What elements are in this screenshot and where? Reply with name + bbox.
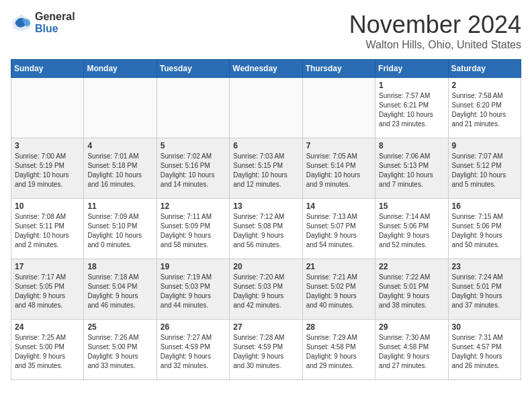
day-info: Sunrise: 7:30 AM Sunset: 4:58 PM Dayligh… xyxy=(379,333,444,371)
day-number: 14 xyxy=(306,201,371,211)
calendar-cell: 19Sunrise: 7:19 AM Sunset: 5:03 PM Dayli… xyxy=(157,259,229,320)
calendar-cell xyxy=(11,78,84,138)
calendar-cell: 29Sunrise: 7:30 AM Sunset: 4:58 PM Dayli… xyxy=(375,320,448,380)
calendar-cell: 3Sunrise: 7:00 AM Sunset: 5:19 PM Daylig… xyxy=(11,138,84,199)
day-info: Sunrise: 7:24 AM Sunset: 5:01 PM Dayligh… xyxy=(452,273,517,310)
logo: General Blue xyxy=(11,11,75,34)
day-info: Sunrise: 7:03 AM Sunset: 5:15 PM Dayligh… xyxy=(233,152,298,189)
calendar-cell: 13Sunrise: 7:12 AM Sunset: 5:08 PM Dayli… xyxy=(230,199,302,259)
day-number: 7 xyxy=(306,141,371,150)
day-info: Sunrise: 7:15 AM Sunset: 5:06 PM Dayligh… xyxy=(452,212,517,250)
day-info: Sunrise: 7:18 AM Sunset: 5:04 PM Dayligh… xyxy=(87,273,152,310)
calendar-cell: 7Sunrise: 7:05 AM Sunset: 5:14 PM Daylig… xyxy=(302,138,375,199)
calendar-cell: 22Sunrise: 7:22 AM Sunset: 5:01 PM Dayli… xyxy=(375,259,448,320)
calendar-cell: 20Sunrise: 7:20 AM Sunset: 5:03 PM Dayli… xyxy=(230,259,302,320)
column-header-sunday: Sunday xyxy=(11,60,84,78)
title-section: November 2024 Walton Hills, Ohio, United… xyxy=(349,11,521,51)
calendar-cell: 18Sunrise: 7:18 AM Sunset: 5:04 PM Dayli… xyxy=(84,259,157,320)
day-number: 5 xyxy=(161,141,226,150)
day-number: 28 xyxy=(306,322,371,332)
day-info: Sunrise: 7:02 AM Sunset: 5:16 PM Dayligh… xyxy=(161,152,226,189)
day-number: 9 xyxy=(452,141,517,150)
day-number: 17 xyxy=(15,262,80,271)
day-number: 12 xyxy=(161,201,226,211)
column-header-thursday: Thursday xyxy=(302,60,375,78)
calendar-cell: 4Sunrise: 7:01 AM Sunset: 5:18 PM Daylig… xyxy=(84,138,157,199)
calendar-cell: 14Sunrise: 7:13 AM Sunset: 5:07 PM Dayli… xyxy=(302,199,375,259)
day-number: 23 xyxy=(452,262,517,271)
day-info: Sunrise: 7:58 AM Sunset: 6:20 PM Dayligh… xyxy=(452,91,517,129)
calendar-cell xyxy=(230,78,302,138)
day-info: Sunrise: 7:57 AM Sunset: 6:21 PM Dayligh… xyxy=(379,91,444,129)
day-info: Sunrise: 7:13 AM Sunset: 5:07 PM Dayligh… xyxy=(306,212,371,250)
calendar-cell: 9Sunrise: 7:07 AM Sunset: 5:12 PM Daylig… xyxy=(448,138,521,199)
day-number: 22 xyxy=(379,262,444,271)
calendar-cell: 1Sunrise: 7:57 AM Sunset: 6:21 PM Daylig… xyxy=(375,78,448,138)
column-header-saturday: Saturday xyxy=(448,60,521,78)
logo-icon xyxy=(11,12,32,34)
calendar-cell: 23Sunrise: 7:24 AM Sunset: 5:01 PM Dayli… xyxy=(448,259,521,320)
day-number: 13 xyxy=(233,201,298,211)
day-info: Sunrise: 7:29 AM Sunset: 4:58 PM Dayligh… xyxy=(306,333,371,371)
column-header-monday: Monday xyxy=(84,60,157,78)
calendar-cell: 28Sunrise: 7:29 AM Sunset: 4:58 PM Dayli… xyxy=(302,320,375,380)
day-number: 16 xyxy=(452,201,517,211)
column-header-wednesday: Wednesday xyxy=(230,60,302,78)
day-number: 8 xyxy=(379,141,444,150)
calendar-cell: 30Sunrise: 7:31 AM Sunset: 4:57 PM Dayli… xyxy=(448,320,521,380)
logo-blue-text: Blue xyxy=(35,23,75,35)
calendar-cell: 10Sunrise: 7:08 AM Sunset: 5:11 PM Dayli… xyxy=(11,199,84,259)
column-header-friday: Friday xyxy=(375,60,448,78)
day-info: Sunrise: 7:22 AM Sunset: 5:01 PM Dayligh… xyxy=(379,273,444,310)
calendar-table: SundayMondayTuesdayWednesdayThursdayFrid… xyxy=(11,59,521,380)
calendar-cell: 17Sunrise: 7:17 AM Sunset: 5:05 PM Dayli… xyxy=(11,259,84,320)
calendar-header-row: SundayMondayTuesdayWednesdayThursdayFrid… xyxy=(11,60,521,78)
day-info: Sunrise: 7:31 AM Sunset: 4:57 PM Dayligh… xyxy=(452,333,517,371)
calendar-cell xyxy=(157,78,229,138)
calendar-week-row: 1Sunrise: 7:57 AM Sunset: 6:21 PM Daylig… xyxy=(11,78,521,138)
calendar-cell: 24Sunrise: 7:25 AM Sunset: 5:00 PM Dayli… xyxy=(11,320,84,380)
location-title: Walton Hills, Ohio, United States xyxy=(349,39,521,51)
day-number: 30 xyxy=(452,322,517,332)
calendar-cell: 2Sunrise: 7:58 AM Sunset: 6:20 PM Daylig… xyxy=(448,78,521,138)
day-info: Sunrise: 7:27 AM Sunset: 4:59 PM Dayligh… xyxy=(161,333,226,371)
day-number: 20 xyxy=(233,262,298,271)
day-number: 26 xyxy=(161,322,226,332)
day-number: 15 xyxy=(379,201,444,211)
calendar-cell xyxy=(84,78,157,138)
calendar-cell: 15Sunrise: 7:14 AM Sunset: 5:06 PM Dayli… xyxy=(375,199,448,259)
day-number: 2 xyxy=(452,81,517,90)
calendar-cell: 26Sunrise: 7:27 AM Sunset: 4:59 PM Dayli… xyxy=(157,320,229,380)
day-info: Sunrise: 7:12 AM Sunset: 5:08 PM Dayligh… xyxy=(233,212,298,250)
day-info: Sunrise: 7:28 AM Sunset: 4:59 PM Dayligh… xyxy=(233,333,298,371)
calendar-cell: 21Sunrise: 7:21 AM Sunset: 5:02 PM Dayli… xyxy=(302,259,375,320)
day-info: Sunrise: 7:25 AM Sunset: 5:00 PM Dayligh… xyxy=(15,333,80,371)
day-number: 11 xyxy=(87,201,152,211)
day-info: Sunrise: 7:20 AM Sunset: 5:03 PM Dayligh… xyxy=(233,273,298,310)
day-info: Sunrise: 7:21 AM Sunset: 5:02 PM Dayligh… xyxy=(306,273,371,310)
calendar-week-row: 3Sunrise: 7:00 AM Sunset: 5:19 PM Daylig… xyxy=(11,138,521,199)
day-info: Sunrise: 7:09 AM Sunset: 5:10 PM Dayligh… xyxy=(87,212,152,250)
calendar-cell: 25Sunrise: 7:26 AM Sunset: 5:00 PM Dayli… xyxy=(84,320,157,380)
day-number: 19 xyxy=(161,262,226,271)
calendar-cell: 11Sunrise: 7:09 AM Sunset: 5:10 PM Dayli… xyxy=(84,199,157,259)
day-info: Sunrise: 7:08 AM Sunset: 5:11 PM Dayligh… xyxy=(15,212,80,250)
day-number: 29 xyxy=(379,322,444,332)
day-info: Sunrise: 7:05 AM Sunset: 5:14 PM Dayligh… xyxy=(306,152,371,189)
day-info: Sunrise: 7:06 AM Sunset: 5:13 PM Dayligh… xyxy=(379,152,444,189)
calendar-cell: 5Sunrise: 7:02 AM Sunset: 5:16 PM Daylig… xyxy=(157,138,229,199)
day-number: 6 xyxy=(233,141,298,150)
day-number: 4 xyxy=(87,141,152,150)
month-title: November 2024 xyxy=(349,11,521,39)
calendar-week-row: 17Sunrise: 7:17 AM Sunset: 5:05 PM Dayli… xyxy=(11,259,521,320)
calendar-week-row: 10Sunrise: 7:08 AM Sunset: 5:11 PM Dayli… xyxy=(11,199,521,259)
column-header-tuesday: Tuesday xyxy=(157,60,229,78)
logo-general-text: General xyxy=(35,11,75,23)
day-info: Sunrise: 7:11 AM Sunset: 5:09 PM Dayligh… xyxy=(161,212,226,250)
day-info: Sunrise: 7:19 AM Sunset: 5:03 PM Dayligh… xyxy=(161,273,226,310)
day-number: 25 xyxy=(87,322,152,332)
calendar-cell: 8Sunrise: 7:06 AM Sunset: 5:13 PM Daylig… xyxy=(375,138,448,199)
page-header: General Blue November 2024 Walton Hills,… xyxy=(11,11,521,51)
calendar-cell xyxy=(302,78,375,138)
calendar-cell: 16Sunrise: 7:15 AM Sunset: 5:06 PM Dayli… xyxy=(448,199,521,259)
